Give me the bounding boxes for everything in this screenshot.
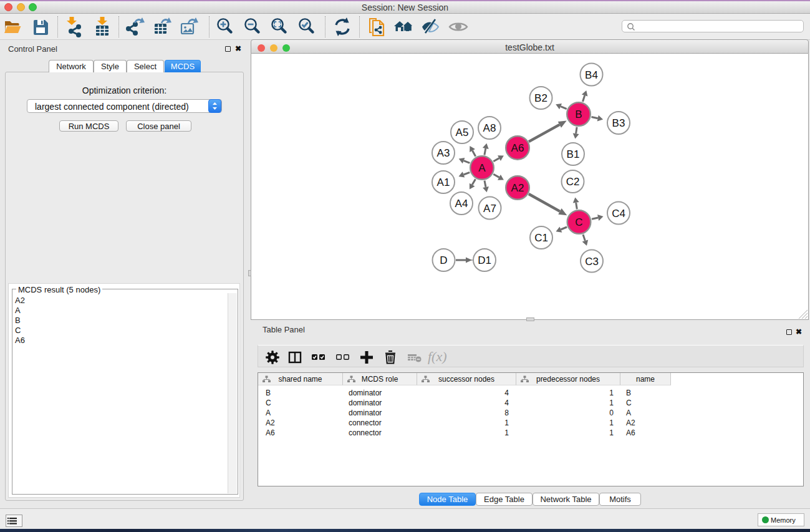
svg-text:C4: C4 [612, 208, 625, 220]
svg-text:A3: A3 [437, 147, 450, 159]
svg-text:B: B [575, 109, 582, 120]
svg-text:D: D [440, 254, 447, 266]
svg-text:C: C [575, 216, 582, 228]
svg-text:B3: B3 [612, 117, 625, 129]
svg-text:A5: A5 [456, 127, 469, 138]
svg-text:B1: B1 [567, 148, 580, 160]
svg-text:C1: C1 [534, 232, 548, 244]
svg-text:B4: B4 [585, 69, 598, 81]
svg-text:A2: A2 [511, 182, 524, 194]
svg-text:B2: B2 [534, 92, 547, 104]
svg-text:A: A [478, 162, 486, 174]
svg-text:A7: A7 [483, 203, 496, 215]
svg-text:A1: A1 [437, 177, 450, 188]
svg-text:A6: A6 [511, 142, 524, 154]
svg-text:D1: D1 [478, 254, 491, 266]
svg-text:A8: A8 [483, 122, 496, 134]
svg-text:A4: A4 [455, 198, 468, 210]
svg-text:C3: C3 [585, 256, 599, 268]
svg-text:C2: C2 [566, 176, 580, 188]
